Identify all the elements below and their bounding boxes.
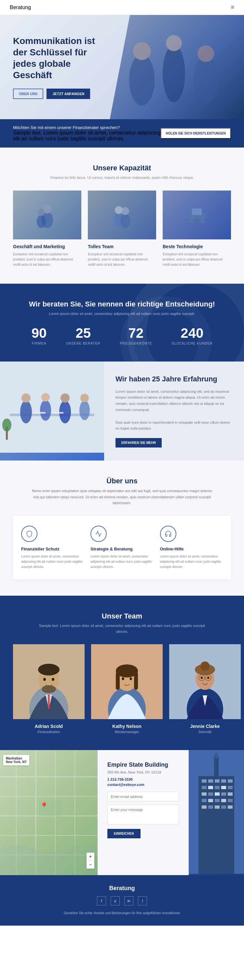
svg-rect-82 <box>221 792 226 795</box>
footer: Beratung f y in l Genießen Sie echte Vor… <box>0 875 244 926</box>
capacity-card-text-1: Excepteur sint occaecat cupidatat non pr… <box>88 252 156 267</box>
submit-button[interactable]: EINREICHEN <box>107 829 141 838</box>
svg-rect-89 <box>221 799 226 802</box>
svg-rect-79 <box>202 792 207 795</box>
capacity-image-2 <box>163 191 231 239</box>
banner-subtext: Sample text. Lorem ipsum dolor sit amet,… <box>13 130 161 142</box>
svg-rect-77 <box>221 786 226 789</box>
svg-rect-76 <box>215 786 220 789</box>
team-title: Unser Team <box>13 612 231 620</box>
about-card-text-1: Lorem ipsum dolor sit amet, consectetur … <box>90 554 153 570</box>
about-section: Über uns Nemo enim ipsam voluptatem quia… <box>0 461 244 596</box>
capacity-card-title-1: Tolles Team <box>88 244 156 249</box>
about-card-text-2: Lorem ipsum dolor sit amet, consectetur … <box>160 554 223 570</box>
team-card-2: Jennie Clarke Sekretär <box>169 644 241 734</box>
map-background: ManhattanNew York, NY 📍 + − <box>0 750 98 875</box>
map-label: ManhattanNew York, NY <box>3 755 29 765</box>
footer-logo: Beratung <box>13 885 231 892</box>
message-input[interactable] <box>107 805 179 824</box>
building-image <box>189 750 244 875</box>
email-input[interactable] <box>107 792 179 802</box>
experience-text1: Lorem ipsum dolor sit amet, consectetur … <box>116 388 233 413</box>
team-member-image-2 <box>169 644 241 719</box>
capacity-card-title-2: Beste Technologie <box>163 244 231 249</box>
svg-point-30 <box>2 418 11 431</box>
team-photo-2 <box>169 644 241 719</box>
svg-rect-73 <box>228 780 233 783</box>
social-linkedin-icon[interactable]: in <box>124 896 133 905</box>
svg-point-45 <box>122 678 124 680</box>
shield-icon <box>26 530 33 538</box>
team-member-name-0: Adrian Scold <box>13 724 85 729</box>
capacity-cards: Geschäft und Marketing Excepteur sint oc… <box>13 191 231 267</box>
svg-point-13 <box>121 207 129 215</box>
hero-image <box>110 15 244 119</box>
svg-point-35 <box>38 664 60 676</box>
team-section: Unser Team Sample text. Lorem ipsum dolo… <box>0 596 244 750</box>
svg-rect-88 <box>215 799 220 802</box>
svg-rect-80 <box>208 792 213 795</box>
svg-rect-71 <box>215 780 220 783</box>
svg-point-0 <box>129 54 155 105</box>
stat-1: 25 UNSERE BERATER <box>66 326 100 345</box>
building-svg <box>189 750 244 874</box>
nav-menu-icon[interactable]: ≡ <box>231 4 234 11</box>
svg-point-21 <box>40 400 51 421</box>
contact-company-name: Empire State Building <box>107 762 179 768</box>
stats-heading: Wir beraten Sie, Sie nennen die richtige… <box>13 300 231 309</box>
svg-rect-78 <box>228 786 233 789</box>
svg-rect-69 <box>202 780 207 783</box>
team-member-name-2: Jennie Clarke <box>169 724 241 729</box>
svg-rect-33 <box>48 695 50 710</box>
team-member-name-1: Kathy Nelson <box>91 724 163 729</box>
learn-more-button[interactable]: ERFAHREN SIE MEHR <box>116 438 162 447</box>
about-card-title-0: Finanzieller Schutz <box>21 547 84 551</box>
svg-point-22 <box>41 393 50 402</box>
start-button[interactable]: JETZT ANFANGEN <box>46 89 90 99</box>
capacity-card-2: Beste Technologie Excepteur sint occaeca… <box>163 191 231 267</box>
banner-text-area: Möchten Sie mit einem unserer Finanzbera… <box>13 125 161 142</box>
social-facebook-icon[interactable]: f <box>97 896 106 905</box>
experience-title: Wir haben 25 Jahre Erfahrung <box>116 375 233 384</box>
stat-label-2: PREISGEKRÖNTE <box>120 342 152 345</box>
team-member-role-0: Finanzdirektor <box>13 730 85 734</box>
social-rss-icon[interactable]: l <box>138 896 147 905</box>
zoom-in-button[interactable]: + <box>87 853 94 861</box>
capacity-card-1: Tolles Team Excepteur sint occaecat cupi… <box>88 191 156 267</box>
about-card-2: Online-Hilfe Lorem ipsum dolor sit amet,… <box>160 526 223 570</box>
banner-strip: Möchten Sie mit einem unserer Finanzbera… <box>0 119 244 148</box>
capacity-image-1 <box>88 191 156 239</box>
banner-heading: Möchten Sie mit einem unserer Finanzbera… <box>13 125 161 130</box>
svg-rect-27 <box>33 412 46 414</box>
stat-number-0: 90 <box>32 326 47 340</box>
svg-point-9 <box>38 209 45 216</box>
about-button[interactable]: ÜBER UNS <box>13 89 43 99</box>
banner-cta-button[interactable]: HOLEN SIE SICH DIENSTLEISTUNGEN <box>161 128 231 139</box>
social-youtube-icon[interactable]: y <box>111 896 120 905</box>
map-zoom-controls[interactable]: + − <box>87 853 94 869</box>
team-subtitle: Sample text. Lorem ipsum dolor sit amet,… <box>33 623 211 635</box>
about-card-title-1: Strategie & Beratung <box>90 547 153 551</box>
svg-rect-44 <box>134 672 138 690</box>
footer-copyright: Genießen Sie echte Vorteile und Belohnun… <box>13 911 231 916</box>
svg-point-5 <box>198 45 214 62</box>
svg-rect-28 <box>52 412 63 414</box>
svg-rect-95 <box>228 805 233 809</box>
team-card-0: Adrian Scold Finanzdirektor <box>13 644 85 734</box>
svg-rect-15 <box>192 208 202 215</box>
svg-rect-72 <box>221 780 226 783</box>
team-member-role-2: Sekretär <box>169 730 241 734</box>
hero-title: Kommunikation ist der Schlüssel für jede… <box>13 35 111 81</box>
team-photo-1 <box>91 644 163 719</box>
svg-rect-75 <box>208 786 213 789</box>
capacity-image-0 <box>13 191 81 239</box>
hero-content: Kommunikation ist der Schlüssel für jede… <box>0 22 124 112</box>
capacity-title: Unsere Kapazität <box>13 164 231 172</box>
stats-section: Wir beraten Sie, Sie nennen die richtige… <box>0 284 244 362</box>
svg-rect-86 <box>202 799 207 802</box>
zoom-out-button[interactable]: − <box>87 861 94 869</box>
team-member-image-0 <box>13 644 85 719</box>
about-title: Über uns <box>13 477 231 485</box>
svg-point-16 <box>193 218 201 223</box>
capacity-card-title-0: Geschäft und Marketing <box>13 244 81 249</box>
